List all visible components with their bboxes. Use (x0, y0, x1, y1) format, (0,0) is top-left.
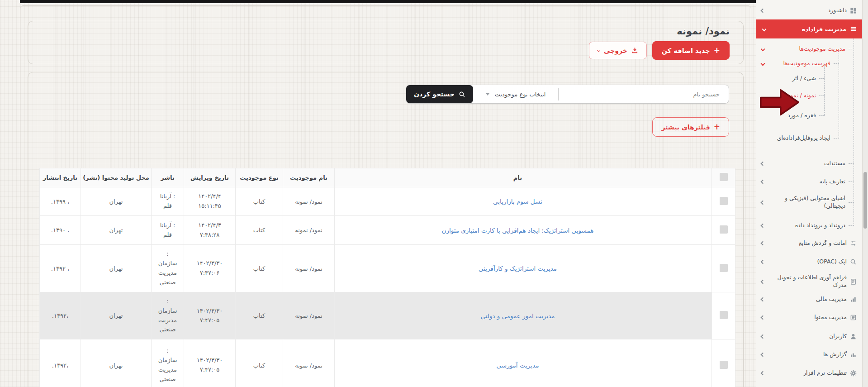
row-checkbox[interactable] (720, 225, 728, 234)
publisher-cell: : سازمان مدیریت صنعتی (152, 292, 184, 339)
sidebar-item-create-metadata-profile[interactable]: ایجاد پروفایل‌فراداده‌ای (756, 131, 862, 145)
entity-type-select-label: انتخاب نوع موجودیت (495, 91, 546, 98)
export-button[interactable]: خروجی (589, 42, 647, 59)
chevron-left-icon (761, 223, 765, 228)
document-delivery-icon (850, 278, 857, 285)
user-icon (850, 333, 857, 340)
table-row: مدیریت استراتژیک و کارآفرینی نمود/ نمونه… (40, 245, 735, 292)
entity-link[interactable]: نسل سوم بازاریابی (493, 198, 542, 205)
col-name: نام (335, 168, 712, 187)
entity-type-cell: کتاب (236, 216, 283, 245)
search-input[interactable] (559, 85, 729, 103)
search-input-wrap (559, 85, 729, 103)
chevron-left-icon (761, 371, 765, 375)
tree-dash (849, 182, 854, 182)
entity-name-cell: نمود/ نمونه (283, 187, 335, 216)
entity-link[interactable]: مدیریت آموزشی (497, 362, 539, 369)
row-checkbox[interactable] (720, 264, 728, 272)
screen: نمود/ نمونه + جدید اضافه کن خروجی (0, 0, 868, 387)
col-publish-date: تاریخ انتشار (40, 168, 81, 187)
entity-name-cell: نمود/ نمونه (283, 292, 335, 339)
row-checkbox[interactable] (720, 361, 728, 369)
chevron-down-icon (761, 61, 765, 66)
chevron-down-icon (597, 49, 600, 52)
chevron-left-icon (761, 297, 765, 301)
sidebar-item-opac[interactable]: اپک (OPAC) (756, 255, 862, 268)
publish-date-cell: ، ۱۳۹۹. (40, 187, 81, 216)
entity-type-cell: کتاب (236, 339, 283, 387)
sidebar-item-base-definitions[interactable]: تعاریف پایه (756, 175, 862, 188)
plus-icon: + (714, 123, 720, 131)
row-checkbox[interactable] (720, 197, 728, 205)
page-scrollbar[interactable] (862, 0, 868, 387)
edit-date-cell: ۱۴۰۲/۴/۳ ۷:۴۸:۲۸ (184, 216, 236, 245)
entity-link[interactable]: مدیریت امور عمومی و دولتی (481, 312, 555, 320)
sidebar-item-users[interactable]: کاربران (756, 330, 862, 343)
sidebar-item-metadata-management-active[interactable]: مدیریت فراداده (756, 19, 862, 38)
production-place-cell: تهران (81, 187, 152, 216)
table-row: مدیریت آموزشی نمود/ نمونه کتاب ۱۴۰۲/۳/۳۰… (40, 339, 735, 387)
production-place-cell: تهران (81, 216, 152, 245)
publish-date-cell: ،۱۳۹۲. (40, 292, 81, 339)
production-place-cell: تهران (81, 292, 152, 339)
col-entity-name: نام موجودیت (283, 168, 335, 187)
edit-date-cell: ۱۴۰۲/۳/۳۰ ۷:۴۷:۰۶ (184, 245, 236, 292)
table-row: همسویی استراتژیک؛ ایجاد هم‌افزایی با کار… (40, 216, 735, 245)
circulation-swap-icon (850, 240, 857, 247)
entity-name-cell: نمود/ نمونه (283, 216, 335, 245)
sidebar-item-reports[interactable]: گزارش ها (756, 348, 862, 361)
chevron-left-icon (761, 352, 765, 357)
chevron-left-icon (761, 259, 765, 264)
sidebar-item-entities-list[interactable]: فهرست موجودیت‌ها (756, 57, 862, 70)
tree-dash (819, 115, 825, 116)
sidebar-item-content-objects[interactable]: اشیای محتوایی (فیزیکی و دیجیتالی) (756, 193, 862, 211)
chevron-left-icon (761, 8, 765, 13)
search-button-label: جستجو کردن (414, 91, 455, 98)
col-entity-type: نوع موجودیت (236, 168, 283, 187)
sidebar-item-object-work[interactable]: شیء / اثر (756, 72, 862, 85)
dashboard-icon (850, 7, 857, 14)
more-filters-button[interactable]: + فیلترهای بیشتر (652, 117, 729, 137)
sidebar-item-entities-management[interactable]: مدیریت موجودیت‌ها (756, 42, 862, 56)
sidebar-item-data-import-export[interactable]: درونداد و برونداد داده (756, 219, 862, 232)
entity-type-cell: کتاب (236, 245, 283, 292)
scrollbar-thumb[interactable] (863, 172, 867, 229)
finance-chart-icon (850, 296, 857, 303)
tree-dash (834, 63, 839, 64)
select-all-cell (712, 168, 735, 187)
tree-dash (819, 78, 825, 79)
sidebar-item-financial-management[interactable]: مدیریت مالی (756, 292, 862, 306)
chevron-left-icon (761, 315, 765, 320)
entity-link[interactable]: همسویی استراتژیک؛ ایجاد هم‌افزایی با کار… (442, 227, 594, 234)
page-header-card: نمود/ نمونه + جدید اضافه کن خروجی (28, 21, 744, 64)
sidebar-item-circulation[interactable]: امانت و گردش منابع (756, 236, 862, 250)
row-checkbox[interactable] (720, 311, 728, 319)
sidebar-item-software-settings[interactable]: تنظیمات نرم افزار (756, 366, 862, 380)
search-divider (558, 88, 559, 100)
sidebar: داشبورد مدیریت فراداده مدیریت موجودیت‌ها… (756, 0, 862, 387)
sidebar-item-authorities[interactable]: مستندات (756, 157, 862, 170)
top-black-bar (20, 0, 756, 3)
gear-icon (850, 370, 857, 377)
export-label: خروجی (604, 47, 627, 54)
add-new-label: جدید اضافه کن (662, 47, 710, 54)
col-publisher: ناشر (152, 168, 184, 187)
page-title: نمود/ نمونه (677, 26, 730, 37)
sidebar-item-dashboard[interactable]: داشبورد (756, 4, 862, 17)
search-button[interactable]: جستجو کردن (406, 85, 473, 103)
edit-date-cell: ۱۴۰۲/۳/۳۰ ۷:۴۷:۰۵ (184, 339, 236, 387)
select-all-checkbox[interactable] (720, 173, 728, 181)
table-row: نسل سوم بازاریابی نمود/ نمونه کتاب ۱۴۰۲/… (40, 187, 735, 216)
header-actions: + جدید اضافه کن خروجی (589, 41, 730, 60)
chevron-left-icon (761, 279, 765, 284)
entity-link[interactable]: مدیریت استراتژیک و کارآفرینی (479, 265, 557, 272)
add-new-button[interactable]: + جدید اضافه کن (652, 41, 730, 60)
tree-dash (834, 138, 839, 139)
search-icon (459, 91, 465, 98)
select-caret-icon (486, 93, 489, 96)
entity-type-select[interactable]: انتخاب نوع موجودیت (473, 85, 558, 103)
sidebar-item-document-delivery[interactable]: فراهم آوری اطلاعات و تحویل مدرک (756, 275, 862, 288)
sidebar-item-content-management[interactable]: مدیریت محتوا (756, 311, 862, 324)
entity-type-cell: کتاب (236, 292, 283, 339)
tree-dash (849, 49, 854, 49)
